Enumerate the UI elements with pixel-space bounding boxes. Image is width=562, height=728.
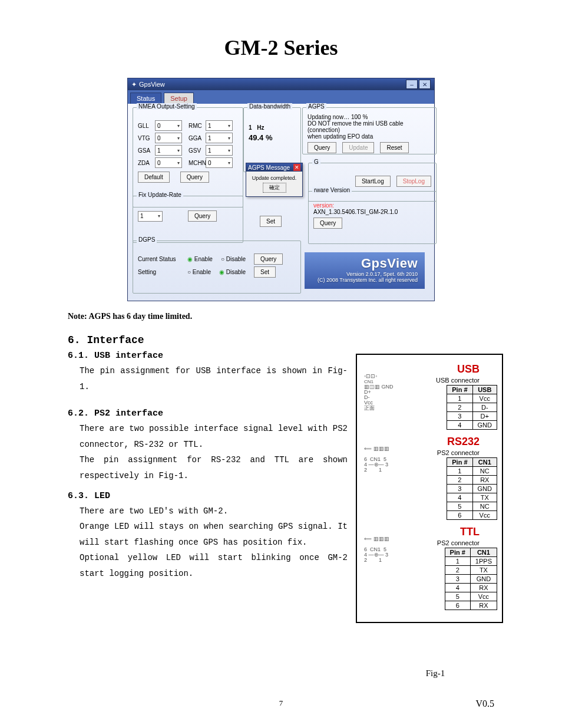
doc-version: V0.5 — [459, 699, 494, 709]
text-6-2-2: The pin assignment for RS-232 and TTL ar… — [80, 452, 348, 483]
mchn-label: MCHN — [189, 160, 204, 166]
dgps-setting-label: Setting — [138, 269, 179, 275]
agps-message-text: Update completed. — [250, 175, 299, 181]
usb-section: USB ◦⊡⊡◦CN1▥◫▥ GND D+ D- Vcc正面 USB conne… — [362, 363, 497, 430]
agps-reset-button[interactable]: Reset — [380, 142, 408, 153]
nmea-default-button[interactable]: Default — [138, 172, 170, 183]
ttl-plug-art: ⟸ ▥▥▥6 CN1 54 —⊛— 32 1 — [364, 536, 389, 563]
app-icon: ✦ — [131, 81, 137, 88]
dgps-current-enable[interactable]: Enable — [187, 256, 213, 262]
rmc-label: RMC — [189, 123, 204, 129]
mchn-select[interactable]: 0 — [206, 157, 233, 168]
dgps-setting-enable[interactable]: Enable — [187, 269, 211, 275]
banner-title: GpsView — [361, 256, 418, 271]
agps-query-button[interactable]: Query — [308, 142, 336, 153]
heading-6-2: 6.2. PS2 interface — [68, 409, 348, 419]
titlebar: ✦ GpsView – ✕ — [128, 78, 434, 90]
page-number: 7 — [103, 699, 459, 709]
ttl-table: Pin #CN1 11PPS 2TX 3GND 4RX 5Vcc 6RX — [445, 548, 497, 610]
dgps-query-button[interactable]: Query — [254, 253, 283, 265]
agps-update-button[interactable]: Update — [342, 142, 374, 153]
firmware-value: AXN_1.30.5406.TSI_GM-2R.1.0 — [313, 209, 431, 215]
usb-plug-art: ◦⊡⊡◦CN1▥◫▥ GND D+ D- Vcc正面 — [364, 374, 394, 411]
agps-message-close-icon[interactable]: ✕ — [293, 164, 300, 171]
gsv-select[interactable]: 1 — [206, 145, 233, 156]
tab-bar: Status Setup — [128, 90, 434, 104]
text-6-2-1: There are two possible interface signal … — [80, 421, 348, 452]
gll-select[interactable]: 0 — [155, 120, 182, 131]
fixrate-group: Fix Update-Rate 1 Query — [133, 196, 243, 243]
dgps-setting-disable[interactable]: Disable — [219, 269, 246, 275]
text-6-1: The pin assignment for USB interface is … — [80, 363, 348, 394]
text-6-3-2: Orange LED will stays on when searching … — [80, 519, 348, 550]
banner-line2: (C) 2008 Transystem Inc. all right reser… — [312, 277, 418, 283]
hz-label: Hz — [257, 124, 264, 131]
vtg-select[interactable]: 0 — [155, 133, 182, 143]
fixrate-query-button[interactable]: Query — [188, 210, 217, 222]
dgps-current-label: Current Status — [138, 256, 179, 262]
zda-label: ZDA — [138, 160, 153, 166]
zda-select[interactable]: 0 — [155, 157, 182, 168]
firmware-legend: rware Version — [312, 187, 352, 193]
nmea-legend: NMEA Output-Setting — [137, 103, 197, 110]
pin-diagram: USB ◦⊡⊡◦CN1▥◫▥ GND D+ D- Vcc正面 USB conne… — [356, 354, 503, 623]
stoplog-button[interactable]: StopLog — [396, 176, 431, 187]
firmware-query-button[interactable]: Query — [313, 218, 342, 229]
firmware-sublabel: version: — [313, 202, 431, 209]
gpsview-window: ✦ GpsView – ✕ Status Setup NMEA Output-S… — [127, 78, 435, 301]
firmware-group: rware Version version: AXN_1.30.5406.TSI… — [308, 191, 437, 244]
vtg-label: VTG — [138, 135, 153, 141]
window-title: GpsView — [139, 81, 165, 88]
gsv-label: GSV — [189, 147, 204, 154]
agps-legend: AGPS — [306, 103, 326, 110]
nmea-query-button[interactable]: Query — [180, 172, 209, 183]
rs232-table: Pin #CN1 1NC 2RX 3GND 4TX 5NC 6Vcc — [447, 457, 497, 520]
fig-caption: Fig-1 — [368, 668, 503, 678]
close-button[interactable]: ✕ — [419, 80, 431, 89]
bw-percent: 49.4 % — [249, 133, 296, 142]
heading-6: 6. Interface — [68, 334, 348, 346]
dgps-set-button[interactable]: Set — [254, 266, 276, 278]
rs232-plug-art: ⟸ ▥▥▥6 CN1 54 —⊛— 32 1 — [364, 446, 389, 473]
agps-note: Note: AGPS has 6 day time limited. — [68, 312, 192, 321]
fixrate-legend: Fix Update-Rate — [137, 192, 183, 198]
rs232-section: RS232 ⟸ ▥▥▥6 CN1 54 —⊛— 32 1 PS2 connect… — [362, 436, 497, 520]
dgps-legend: DGPS — [137, 236, 157, 243]
gga-select[interactable]: 1 — [206, 133, 233, 143]
gsa-select[interactable]: 1 — [155, 145, 182, 156]
banner: GpsView Version 2.0.17, Spet. 6th 2010 (… — [305, 252, 425, 289]
hz-value: 1 — [249, 124, 252, 131]
gga-label: GGA — [189, 135, 204, 141]
databw-legend: Data-bandwidth — [247, 103, 292, 110]
agps-message-dialog: AGPS Message ✕ Update completed. 確定 — [246, 163, 303, 197]
fixrate-select[interactable]: 1 — [138, 211, 163, 222]
agps-status-2: DO NOT remove the mini USB cable (connec… — [308, 120, 431, 133]
rmc-select[interactable]: 1 — [206, 120, 233, 131]
text-6-3-1: There are two LED's with GM-2. — [80, 503, 348, 519]
agps-group: AGPS Updating now… 100 % DO NOT remove t… — [302, 107, 437, 154]
usb-table: Pin #USB 1Vcc 2D- 3D+ 4GND — [447, 385, 497, 430]
gsa-label: GSA — [138, 147, 153, 154]
startlog-button[interactable]: StartLog — [355, 176, 391, 187]
tab-status[interactable]: Status — [130, 93, 161, 104]
agps-message-ok-button[interactable]: 確定 — [263, 183, 286, 193]
heading-6-3: 6.3. LED — [68, 491, 348, 501]
ttl-section: TTL ⟸ ▥▥▥6 CN1 54 —⊛— 32 1 PS2 connector… — [362, 526, 497, 610]
heading-6-1: 6.1. USB interface — [68, 351, 348, 361]
dgps-current-disable[interactable]: Disable — [221, 256, 246, 262]
minimize-button[interactable]: – — [406, 80, 418, 89]
agps-status-1: Updating now… 100 % — [308, 114, 431, 120]
glog-legend: G — [312, 159, 320, 165]
gll-label: GLL — [138, 123, 153, 129]
tab-setup[interactable]: Setup — [164, 93, 194, 104]
agps-message-title: AGPS Message — [248, 164, 290, 171]
text-6-3-3: Optional yellow LED will start blinking … — [80, 550, 348, 581]
page-title: GM-2 Series — [68, 35, 494, 60]
agps-status-3: when updating EPO data — [308, 133, 431, 140]
banner-line1: Version 2.0.17, Spet. 6th 2010 — [312, 271, 418, 277]
fixrate-set-button[interactable]: Set — [260, 216, 282, 227]
dgps-group: DGPS Current Status Enable Disable Query… — [133, 241, 301, 294]
